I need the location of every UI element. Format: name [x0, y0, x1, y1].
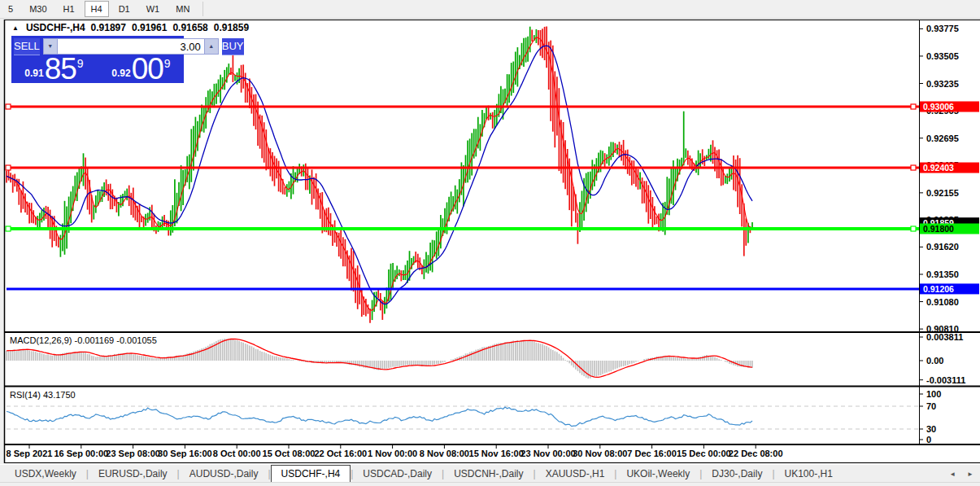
macd-histogram-bar — [669, 357, 670, 361]
macd-histogram-bar — [546, 346, 547, 361]
macd-histogram-bar — [98, 357, 99, 361]
macd-histogram-bar — [739, 361, 741, 366]
macd-histogram-bar — [403, 361, 404, 366]
macd-histogram-bar — [511, 342, 512, 361]
macd-histogram-bar — [440, 361, 442, 363]
macd-histogram-bar — [621, 361, 622, 366]
buy-button[interactable]: BUY — [222, 38, 244, 55]
macd-histogram-bar — [523, 340, 525, 361]
macd-histogram-bar — [253, 348, 255, 361]
buy-price-big: 00 — [132, 57, 163, 81]
hline-handle[interactable] — [911, 165, 916, 170]
hline-handle[interactable] — [6, 226, 11, 231]
chart-tab-usdcad-daily[interactable]: USDCAD-,Daily — [353, 465, 442, 482]
macd-histogram-bar — [611, 361, 612, 371]
macd-histogram-bar — [727, 361, 729, 362]
macd-histogram-bar — [286, 359, 288, 361]
macd-histogram-bar — [133, 354, 134, 361]
chart-tab-ukoil-weekly[interactable]: UKOil-,Weekly — [616, 465, 699, 482]
macd-histogram-bar — [226, 339, 228, 361]
ohlc-high: 0.91961 — [132, 22, 167, 33]
macd-histogram-bar — [571, 361, 573, 366]
tab-scroll-right-icon[interactable]: ► — [967, 471, 973, 478]
chart-tab-dj30-daily[interactable]: DJ30-,Daily — [702, 465, 772, 482]
macd-histogram-bar — [679, 358, 681, 361]
macd-histogram-bar — [612, 361, 614, 370]
hline-handle[interactable] — [6, 104, 11, 109]
macd-histogram-bar — [702, 356, 703, 361]
macd-histogram-bar — [568, 361, 570, 363]
macd-histogram-bar — [261, 352, 263, 361]
macd-histogram-bar — [564, 360, 566, 361]
chart-tab-uk100-h1[interactable]: UK100-,H1 — [775, 465, 843, 482]
macd-histogram-bar — [638, 361, 639, 361]
macd-histogram-bar — [83, 352, 85, 361]
macd-histogram-bar — [43, 354, 45, 361]
macd-histogram-bar — [158, 358, 159, 361]
macd-histogram-bar — [411, 361, 412, 366]
macd-histogram-bar — [496, 344, 498, 361]
macd-histogram-bar — [264, 352, 265, 361]
macd-histogram-bar — [635, 361, 637, 361]
macd-histogram-bar — [432, 361, 433, 365]
chart-tab-usdcnh-daily[interactable]: USDCNH-,Daily — [444, 465, 533, 482]
ohlc-open: 0.91897 — [91, 22, 126, 33]
macd-histogram-bar — [401, 361, 403, 366]
rsi-axis-label: 0 — [926, 435, 931, 444]
volume-increase-button[interactable]: ▲ — [204, 39, 218, 54]
macd-histogram-bar — [293, 360, 294, 361]
price-axis-label: 0.92155 — [926, 188, 959, 198]
hline-handle[interactable] — [911, 226, 916, 231]
tab-scroll-left-icon[interactable]: ◄ — [949, 471, 956, 478]
macd-histogram-bar — [550, 349, 551, 361]
buy-price-display[interactable]: 0.92 00 9 — [98, 57, 184, 83]
macd-histogram-bar — [604, 361, 606, 374]
macd-histogram-bar — [399, 361, 400, 366]
macd-histogram-bar — [499, 343, 500, 361]
macd-histogram-bar — [222, 339, 224, 361]
macd-histogram-bar — [76, 352, 78, 361]
macd-histogram-bar — [409, 361, 411, 365]
ohlc-close: 0.91859 — [214, 22, 249, 33]
chart-tab-eurusd-daily[interactable]: EURUSD-,Daily — [89, 465, 177, 482]
macd-histogram-bar — [540, 344, 542, 361]
macd-histogram-bar — [429, 361, 431, 365]
chart-window-background[interactable] — [5, 20, 980, 462]
macd-histogram-bar — [272, 356, 273, 361]
macd-histogram-bar — [625, 361, 626, 366]
sell-price-display[interactable]: 0.91 85 9 — [11, 57, 97, 83]
chart-tab-audusd-daily[interactable]: AUDUSD-,Daily — [180, 465, 268, 482]
price-axis-label: 0.93235 — [926, 79, 959, 89]
macd-histogram-bar — [20, 349, 22, 361]
macd-histogram-bar — [405, 361, 407, 366]
macd-histogram-bar — [471, 352, 473, 361]
macd-histogram-bar — [332, 361, 333, 362]
price-axis-label: 0.93775 — [926, 24, 959, 33]
chart-tab-bar: USDX,Weekly|EURUSD-,Daily|AUDUSD-,Daily|… — [0, 464, 980, 482]
time-axis-label: 15 Oct 08:00 — [263, 449, 316, 458]
buy-price-prefix: 0.92 — [111, 68, 130, 79]
price-axis-label: 0.91620 — [926, 242, 959, 252]
sell-button[interactable]: SELL — [14, 38, 40, 55]
chart-tab-usdx-weekly[interactable]: USDX,Weekly — [5, 465, 86, 482]
macd-histogram-bar — [396, 361, 398, 366]
chart-tab-xauusd-h1[interactable]: XAUUSD-,H1 — [536, 465, 615, 482]
hline-handle[interactable] — [6, 165, 11, 170]
time-axis-label: 8 Sep 2021 — [7, 449, 53, 458]
macd-histogram-bar — [54, 355, 55, 361]
ohlc-low: 0.91658 — [172, 22, 207, 33]
macd-histogram-bar — [394, 361, 396, 367]
macd-histogram-bar — [19, 349, 20, 361]
collapse-panel-icon[interactable]: ▲ — [12, 24, 19, 32]
time-axis-label: 23 Sep 08:00 — [106, 449, 160, 458]
time-axis-label: 23 Nov 00:00 — [520, 449, 575, 458]
macd-histogram-bar — [270, 355, 272, 361]
time-axis-label: 8 Oct 00:00 — [213, 449, 261, 458]
price-axis-label: 0.93505 — [926, 51, 959, 61]
macd-histogram-bar — [519, 341, 520, 361]
macd-histogram-bar — [675, 357, 677, 361]
chart-tab-usdchf-h4[interactable]: USDCHF-,H4 — [271, 465, 351, 482]
price-axis-label: 0.91350 — [926, 269, 959, 279]
hline-handle[interactable] — [911, 104, 916, 109]
volume-input[interactable] — [58, 39, 204, 54]
